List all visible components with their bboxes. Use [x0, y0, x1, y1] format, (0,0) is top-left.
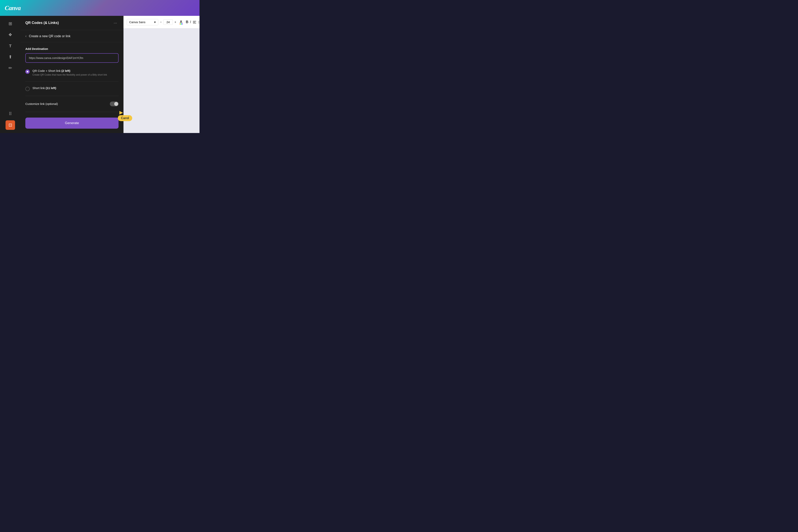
panel-content: Add Destination QR Code + Short link (2 …: [21, 42, 123, 133]
cursor-user-label: Carol: [118, 115, 132, 121]
canvas-toolbar: Canva Sans ▾ − + A B I: [124, 16, 200, 28]
short-link-radio[interactable]: [25, 87, 30, 91]
generate-button[interactable]: Generate: [25, 117, 118, 129]
sidebar-item-text[interactable]: T: [5, 41, 15, 51]
sidebar-item-uploads[interactable]: ⬆: [5, 52, 15, 62]
left-sidebar: ⊞ ❖ T ⬆ ✏ ⠿ ⊡: [0, 16, 21, 133]
qr-short-radio[interactable]: [25, 70, 30, 74]
color-bar: [179, 23, 183, 24]
list-icon: [198, 20, 200, 24]
panel-header: QR Codes (& Links) ···: [21, 16, 123, 30]
panel: QR Codes (& Links) ··· ‹ Create a new QR…: [21, 16, 124, 133]
panel-menu-button[interactable]: ···: [112, 20, 118, 26]
svg-rect-5: [198, 22, 199, 22]
short-link-badge: (11 left): [46, 86, 56, 90]
svg-rect-3: [198, 21, 199, 21]
canvas-area: JASMINE PEDRAZA ✳ Fashion Photography Po…: [124, 16, 200, 133]
font-family-select[interactable]: Canva Sans ▾: [127, 19, 158, 25]
chevron-down-icon: ▾: [154, 20, 156, 24]
text-color-button[interactable]: A: [178, 19, 184, 25]
sidebar-item-layout[interactable]: ⊞: [5, 19, 15, 28]
svg-rect-2: [193, 23, 196, 23]
toggle-knob: [114, 102, 118, 106]
panel-subheader: ‹ Create a new QR code or link: [21, 30, 123, 42]
top-bar: Canva: [0, 0, 200, 16]
qr-short-label: QR Code + Short link (2 left): [33, 69, 107, 73]
sidebar-item-draw[interactable]: ✏: [5, 63, 15, 73]
short-link-label: Short link (11 left): [33, 86, 56, 90]
qr-short-desc: Create QR Codes that have the flexibilit…: [33, 73, 107, 77]
list-button[interactable]: [198, 19, 200, 26]
cursor-tooltip: ▶ Carol: [118, 110, 132, 121]
font-size-decrease-button[interactable]: −: [160, 19, 162, 26]
svg-rect-0: [193, 21, 196, 21]
divider-2: [25, 96, 118, 96]
cursor-arrow-icon: ▶: [119, 110, 123, 115]
sidebar-item-elements[interactable]: ❖: [5, 30, 15, 40]
text-color-icon: A: [180, 20, 182, 23]
align-icon: [193, 20, 196, 24]
url-input[interactable]: [25, 53, 118, 63]
canva-logo: Canva: [5, 4, 21, 12]
svg-rect-7: [198, 23, 199, 23]
qr-short-link-option[interactable]: QR Code + Short link (2 left) Create QR …: [25, 67, 118, 79]
italic-button[interactable]: I: [190, 19, 191, 26]
panel-title: QR Codes (& Links): [25, 21, 59, 25]
sidebar-item-apps[interactable]: ⠿: [5, 109, 15, 119]
bold-button[interactable]: B: [186, 19, 188, 26]
back-button[interactable]: ‹: [25, 34, 26, 38]
font-size-input[interactable]: [163, 19, 173, 25]
font-size-increase-button[interactable]: +: [174, 19, 176, 26]
customize-row: Customize link (optional): [25, 98, 118, 110]
short-link-option[interactable]: Short link (11 left): [25, 84, 118, 93]
customize-label: Customize link (optional): [25, 102, 58, 106]
align-button[interactable]: [193, 19, 196, 26]
qr-short-badge: (2 left): [61, 69, 70, 73]
sidebar-item-qr[interactable]: ⊡: [5, 120, 15, 130]
svg-rect-1: [193, 22, 195, 22]
add-destination-label: Add Destination: [25, 47, 118, 51]
font-family-label: Canva Sans: [129, 20, 146, 24]
subheader-title: Create a new QR code or link: [29, 35, 71, 38]
customize-toggle[interactable]: [110, 101, 118, 106]
